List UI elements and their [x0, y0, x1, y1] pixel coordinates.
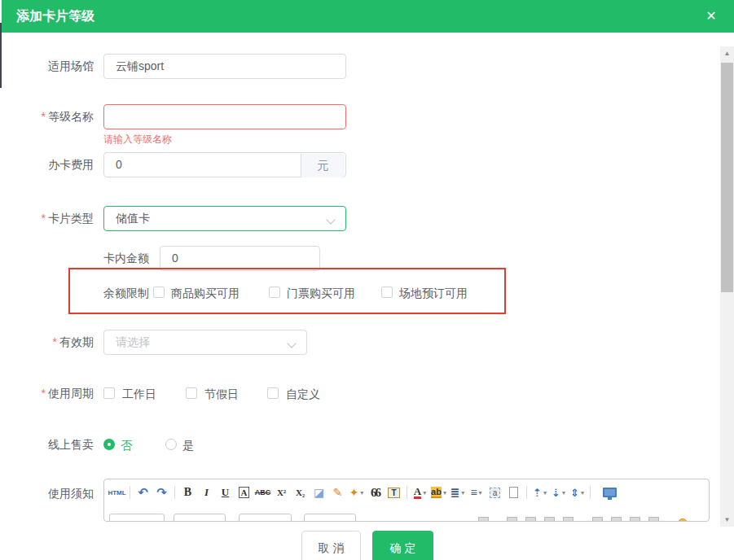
confirm-button[interactable]: 确 定	[372, 531, 433, 560]
new-page-icon[interactable]	[509, 487, 518, 498]
checkbox-ticket-purchase-label[interactable]: 门票购买可用	[287, 287, 355, 300]
redo-icon[interactable]: ↷	[152, 483, 171, 501]
font-size-select[interactable]	[174, 514, 226, 522]
validity-select[interactable]: 请选择	[103, 330, 307, 355]
chevron-down-icon	[326, 215, 335, 224]
checkbox-holiday[interactable]	[186, 387, 197, 399]
dropdown-arrow-icon: ▾	[360, 489, 363, 497]
required-mark: *	[53, 335, 57, 348]
format-brush-icon[interactable]: ✎	[328, 483, 347, 501]
space-after-icon[interactable]: ⇣▾	[549, 483, 568, 501]
cancel-button[interactable]: 取 消	[301, 531, 361, 560]
toolbar-separator	[130, 486, 130, 499]
card-fee-unit: 元	[301, 154, 345, 177]
radio-yes[interactable]	[165, 439, 177, 450]
undo-icon[interactable]: ↶	[134, 483, 152, 501]
ordered-list-icon[interactable]: ≣▾	[448, 483, 467, 501]
checkbox-venue-booking[interactable]	[381, 287, 393, 298]
align-right-icon[interactable]	[525, 517, 536, 522]
link-icon[interactable]	[648, 517, 659, 522]
superscript-icon[interactable]: X²	[272, 483, 291, 501]
dropdown-arrow-icon: ▾	[543, 489, 547, 497]
checkbox-goods-purchase-label[interactable]: 商品购买可用	[171, 287, 240, 300]
align-left-icon[interactable]	[478, 517, 489, 522]
checkbox-custom-label[interactable]: 自定义	[286, 387, 320, 400]
emoticon-icon[interactable]	[678, 518, 688, 522]
align-center-icon[interactable]	[507, 517, 517, 522]
venue-label: 适用场馆	[0, 54, 94, 79]
checkbox-goods-purchase[interactable]	[153, 287, 165, 298]
checkbox-workday-label[interactable]: 工作日	[122, 387, 156, 400]
card-fee-label: 办卡费用	[0, 152, 94, 177]
font-style-icon[interactable]: A	[239, 487, 250, 498]
required-mark: *	[42, 212, 46, 225]
html-source-icon[interactable]: HTML	[108, 483, 126, 501]
checkbox-custom[interactable]	[267, 387, 279, 399]
required-mark: *	[42, 110, 46, 123]
highlight-color-icon[interactable]: ab▾	[429, 483, 448, 501]
validity-label: *有效期	[0, 330, 94, 355]
toolbar-separator	[407, 486, 407, 499]
scroll-up-icon[interactable]: ▲	[720, 46, 734, 60]
table-icon[interactable]	[630, 517, 640, 522]
blockquote-icon[interactable]: 66	[366, 483, 385, 501]
level-name-label: *等级名称	[0, 104, 94, 129]
scroll-down-icon[interactable]: ▼	[720, 513, 734, 527]
dropdown-arrow-icon: ▾	[562, 489, 565, 497]
checkbox-workday[interactable]	[103, 387, 115, 399]
radio-no-label[interactable]: 否	[121, 439, 132, 452]
anchor-icon[interactable]: a	[490, 488, 501, 498]
image-icon[interactable]	[611, 517, 622, 522]
editor-toolbar-row1: HTML ↶ ↷ B I U A ABC X² X₂ ◪ ✎ ✦▾ 66 T A…	[108, 483, 705, 502]
toolbar-separator	[590, 486, 591, 499]
card-amount-input[interactable]: 0	[160, 246, 320, 271]
level-name-error: 请输入等级名称	[103, 133, 172, 147]
scrollbar-thumb[interactable]	[721, 63, 733, 292]
close-icon[interactable]: ✕	[703, 0, 719, 33]
usage-notes-label: 使用须知	[0, 481, 94, 506]
radio-yes-label[interactable]: 是	[182, 439, 194, 452]
checkbox-holiday-label[interactable]: 节假日	[204, 387, 239, 400]
outdent-icon[interactable]	[592, 517, 603, 522]
quick-format-icon[interactable]: ✦▾	[347, 483, 366, 501]
chevron-down-icon	[287, 339, 296, 348]
style-select[interactable]	[304, 514, 356, 522]
paragraph-format-select[interactable]	[239, 514, 292, 522]
radio-no[interactable]	[103, 439, 115, 450]
card-amount-label: 卡内金额	[103, 246, 152, 271]
modal-header: 添加卡片等级 ✕	[2, 0, 734, 33]
card-fee-input[interactable]: 0 元	[103, 152, 346, 177]
level-name-input[interactable]	[103, 104, 346, 129]
dropdown-arrow-icon: ▾	[443, 489, 446, 497]
editor-toolbar-row2	[108, 514, 705, 522]
online-sale-label: 线上售卖	[0, 432, 94, 457]
toolbar-separator	[174, 486, 175, 499]
indent-icon[interactable]	[563, 517, 574, 522]
line-height-icon[interactable]: ⇕▾	[568, 483, 587, 501]
card-type-label: *卡片类型	[0, 206, 94, 231]
eraser-icon[interactable]: ◪	[310, 483, 328, 501]
dropdown-arrow-icon: ▾	[461, 489, 464, 497]
font-family-select[interactable]	[109, 514, 165, 522]
underline-icon[interactable]: U	[222, 486, 229, 499]
modal-scrollbar[interactable]: ▲ ▼	[720, 46, 734, 527]
bold-icon[interactable]: B	[178, 483, 197, 501]
checkbox-ticket-purchase[interactable]	[269, 287, 280, 298]
dropdown-arrow-icon: ▾	[479, 489, 482, 497]
toolbar-separator	[526, 486, 527, 499]
subscript-icon[interactable]: X₂	[291, 483, 310, 501]
strikethrough-icon[interactable]: ABC	[255, 488, 271, 497]
card-type-select[interactable]: 储值卡	[103, 206, 346, 231]
required-mark: *	[42, 387, 46, 400]
italic-icon[interactable]: I	[204, 486, 209, 499]
space-before-icon[interactable]: ⇡▾	[530, 483, 549, 501]
checkbox-venue-booking-label[interactable]: 场地预订可用	[399, 287, 468, 300]
dropdown-arrow-icon: ▾	[581, 489, 584, 497]
venue-input[interactable]: 云铺sport	[103, 54, 346, 79]
font-color-icon[interactable]: A▾	[411, 483, 429, 501]
rich-text-editor: HTML ↶ ↷ B I U A ABC X² X₂ ◪ ✎ ✦▾ 66 T A…	[103, 479, 710, 522]
unordered-list-icon[interactable]: ≡▾	[467, 483, 486, 501]
align-justify-icon[interactable]	[544, 517, 555, 522]
paste-plain-text-icon[interactable]: T	[388, 488, 399, 498]
fullscreen-icon[interactable]	[603, 488, 617, 497]
